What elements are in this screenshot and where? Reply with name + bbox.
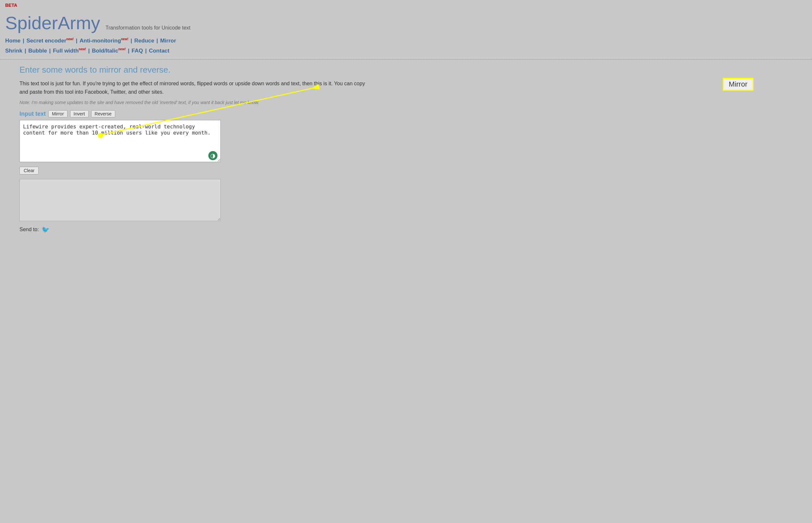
send-to-label: Send to: bbox=[19, 227, 39, 233]
twitter-icon[interactable]: 🐦 bbox=[41, 226, 50, 233]
nav-anti-monitoring[interactable]: Anti-monitoring bbox=[80, 38, 121, 44]
page-description: This text tool is just for fun. If you'r… bbox=[19, 79, 370, 96]
reverse-button[interactable]: Reverse bbox=[91, 110, 115, 118]
nav-bubble[interactable]: Bubble bbox=[28, 48, 47, 54]
beta-label: BETA bbox=[0, 0, 812, 9]
nav-faq[interactable]: FAQ bbox=[132, 48, 143, 54]
input-textarea-wrapper: Lifewire provides expert-created, real-w… bbox=[19, 120, 221, 163]
nav-bold-italic[interactable]: Bold/Italic bbox=[92, 48, 118, 54]
site-title: SpiderArmy bbox=[5, 13, 100, 33]
clear-button[interactable]: Clear bbox=[19, 167, 39, 175]
input-textarea[interactable]: Lifewire provides expert-created, real-w… bbox=[19, 120, 221, 162]
input-text-label: Input text bbox=[19, 111, 46, 118]
nav-secret-encoder[interactable]: Secret encoder bbox=[26, 38, 66, 44]
invert-button[interactable]: Invert bbox=[70, 110, 89, 118]
nav-reduce[interactable]: Reduce bbox=[134, 38, 154, 44]
page-note: Note: I'm making some updates to the sit… bbox=[19, 100, 370, 105]
nav-full-width[interactable]: Full width bbox=[53, 48, 79, 54]
main-nav: Home | Secret encodernew! | Anti-monitor… bbox=[0, 33, 812, 57]
page-heading: Enter some words to mirror and reverse. bbox=[19, 65, 370, 75]
site-tagline: Transformation tools for Unicode text bbox=[105, 25, 190, 31]
nav-home[interactable]: Home bbox=[5, 38, 20, 44]
nav-divider bbox=[0, 59, 812, 60]
nav-shrink[interactable]: Shrink bbox=[5, 48, 22, 54]
nav-mirror[interactable]: Mirror bbox=[160, 38, 176, 44]
mirror-button[interactable]: Mirror bbox=[48, 110, 68, 118]
mirror-callout-box: Mirror bbox=[723, 78, 754, 91]
nav-contact[interactable]: Contact bbox=[149, 48, 169, 54]
output-textarea[interactable] bbox=[19, 179, 221, 221]
